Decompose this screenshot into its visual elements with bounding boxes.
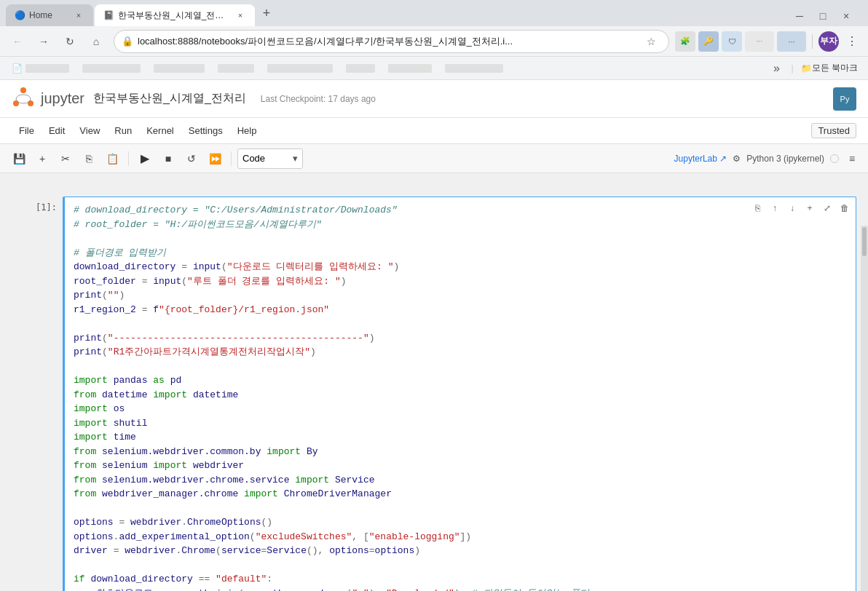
cut-button[interactable]: ✂: [55, 148, 76, 169]
run-button[interactable]: ▶: [135, 148, 155, 169]
jupyter-logo: jupyter: [12, 87, 84, 111]
kernel-settings-icon[interactable]: ⚙: [733, 154, 741, 164]
scrollbar-thumb[interactable]: [862, 227, 867, 256]
cell-expand-button[interactable]: ⤢: [819, 200, 835, 216]
kernel-status-indicator: [830, 154, 839, 163]
bookmark-item-8[interactable]: [439, 60, 509, 77]
tab-notebook-close[interactable]: ×: [234, 9, 246, 21]
cell-up-button[interactable]: ↑: [767, 200, 783, 216]
new-tab-button[interactable]: +: [256, 3, 277, 23]
code-content[interactable]: # download_directory = "C:/Users/Adminis…: [65, 197, 856, 591]
kernel-name: Python 3 (ipykernel): [746, 154, 824, 164]
cell-body[interactable]: ⎘ ↑ ↓ + ⤢ 🗑 # download_directory = "C:/U…: [63, 197, 856, 591]
menu-help[interactable]: Help: [230, 118, 264, 144]
browser-controls: ← → ↻ ⌂ 🔒 ☆ 🧩 🔑 🛡 ··· ··· 부자 ⋮: [0, 26, 868, 57]
extension-button-5[interactable]: ···: [777, 31, 806, 52]
back-button[interactable]: ←: [6, 30, 29, 53]
kernel-menu-button[interactable]: ≡: [845, 151, 859, 166]
toolbar-separator-2: [231, 151, 232, 166]
menu-view[interactable]: View: [72, 118, 107, 144]
close-window-button[interactable]: ×: [836, 6, 856, 26]
copy-button[interactable]: ⎘: [79, 148, 99, 169]
bookmark-item-4[interactable]: [212, 60, 260, 77]
menu-kernel[interactable]: Kernel: [139, 118, 181, 144]
svg-point-3: [16, 95, 31, 103]
restart-button[interactable]: ↺: [181, 148, 202, 169]
external-link-icon: ↗: [719, 154, 727, 164]
tab-notebook-title: 한국부동산원_시계열_전처리: [118, 9, 230, 22]
bookmark-item-3[interactable]: [148, 60, 210, 77]
tab-home-favicon: 🔵: [15, 10, 25, 20]
cell-add-button[interactable]: +: [802, 200, 818, 216]
svg-text:Py: Py: [840, 95, 850, 103]
add-cell-button[interactable]: +: [32, 148, 52, 169]
bookmarks-more-area: » | 📁 모든 북마크: [765, 57, 862, 80]
more-options-button[interactable]: ⋮: [842, 31, 862, 52]
python-icon: Py: [837, 92, 852, 106]
bookmarks-bar: 📄 » | 📁 모든 북마크: [0, 57, 868, 80]
menu-edit[interactable]: Edit: [42, 118, 72, 144]
maximize-button[interactable]: □: [813, 6, 833, 26]
tab-home[interactable]: 🔵 Home ×: [6, 4, 93, 26]
bookmark-item-2[interactable]: [76, 60, 146, 77]
address-input[interactable]: [138, 36, 636, 47]
home-button[interactable]: ⌂: [84, 30, 108, 53]
trusted-badge[interactable]: Trusted: [811, 123, 856, 138]
tab-notebook[interactable]: 📓 한국부동산원_시계열_전처리 ×: [95, 4, 255, 26]
bookmark-item-1[interactable]: 📄: [6, 60, 75, 77]
restart-run-button[interactable]: ⏩: [205, 148, 225, 169]
bookmark-star-button[interactable]: ☆: [641, 31, 661, 52]
menu-file[interactable]: File: [12, 118, 42, 144]
cell-type-arrow: ▾: [293, 153, 298, 164]
stop-button[interactable]: ■: [158, 148, 178, 169]
cell-copy-button[interactable]: ⎘: [749, 200, 765, 216]
all-bookmarks-button[interactable]: 📁 모든 북마크: [797, 57, 862, 80]
notebook-area: [1]: ⎘ ↑ ↓ + ⤢ 🗑 # download_directory = …: [0, 173, 868, 591]
jupyter-toolbar: 💾 + ✂ ⎘ 📋 ▶ ■ ↺ ⏩ Code ▾ JupyterLab ↗ ⚙ …: [0, 144, 868, 173]
folder-icon: 📁: [801, 63, 812, 74]
toolbar-separator-1: [128, 151, 129, 166]
code-cell-1: [1]: ⎘ ↑ ↓ + ⤢ 🗑 # download_directory = …: [0, 197, 868, 591]
jupyter-header: jupyter 한국부동산원_시계열_전처리 Last Checkpoint: …: [0, 80, 868, 118]
jupyterlab-link[interactable]: JupyterLab ↗: [674, 154, 727, 164]
bookmark-icon-1: 📄: [12, 63, 23, 74]
notebook-title[interactable]: 한국부동산원_시계열_전처리: [93, 91, 246, 106]
menu-run[interactable]: Run: [107, 118, 139, 144]
cell-down-button[interactable]: ↓: [784, 200, 800, 216]
scrollbar-track: [861, 226, 868, 591]
cell-prompt: [1]:: [12, 197, 63, 591]
profile-button[interactable]: 부자: [818, 31, 839, 52]
minimize-button[interactable]: ─: [789, 6, 810, 26]
checkpoint-text: Last Checkpoint: 17 days ago: [261, 94, 376, 104]
cell-delete-button[interactable]: 🗑: [837, 200, 853, 216]
extension-button-4[interactable]: ···: [745, 31, 774, 52]
extension-button-1[interactable]: 🧩: [675, 31, 695, 52]
svg-point-1: [28, 100, 33, 106]
bookmark-item-5[interactable]: [261, 60, 339, 77]
address-security-icon: 🔒: [122, 36, 133, 47]
cell-type-select[interactable]: Code ▾: [237, 148, 303, 169]
paste-button[interactable]: 📋: [102, 148, 122, 169]
notebook-top-spacer: [0, 185, 868, 197]
bookmarks-overflow-button[interactable]: »: [765, 57, 789, 80]
tab-home-close[interactable]: ×: [73, 9, 84, 21]
cell-actions: ⎘ ↑ ↓ + ⤢ 🗑: [749, 200, 853, 216]
python-button[interactable]: Py: [833, 87, 856, 111]
address-bar-container: 🔒 ☆: [114, 30, 669, 53]
jupyter-menu: File Edit View Run Kernel Settings Help …: [0, 118, 868, 144]
extension-button-2[interactable]: 🔑: [698, 31, 719, 52]
bookmark-item-7[interactable]: [382, 60, 438, 77]
reload-button[interactable]: ↻: [58, 30, 82, 53]
forward-button[interactable]: →: [32, 30, 55, 53]
extensions-area: 🧩 🔑 🛡 ··· ··· 부자 ⋮: [675, 31, 862, 52]
separator: |: [792, 63, 794, 74]
extension-button-3[interactable]: 🛡: [722, 31, 742, 52]
kernel-info: JupyterLab ↗ ⚙ Python 3 (ipykernel) ≡: [674, 151, 859, 166]
save-button[interactable]: 💾: [9, 148, 29, 169]
app-wrapper: 🔵 Home × 📓 한국부동산원_시계열_전처리 × + ─ □ × ← → …: [0, 0, 868, 591]
svg-point-2: [13, 100, 19, 106]
menu-settings[interactable]: Settings: [181, 118, 230, 144]
jupyter-logo-icon: [12, 87, 35, 111]
bookmark-item-6[interactable]: [340, 60, 381, 77]
tab-notebook-favicon: 📓: [103, 10, 114, 20]
